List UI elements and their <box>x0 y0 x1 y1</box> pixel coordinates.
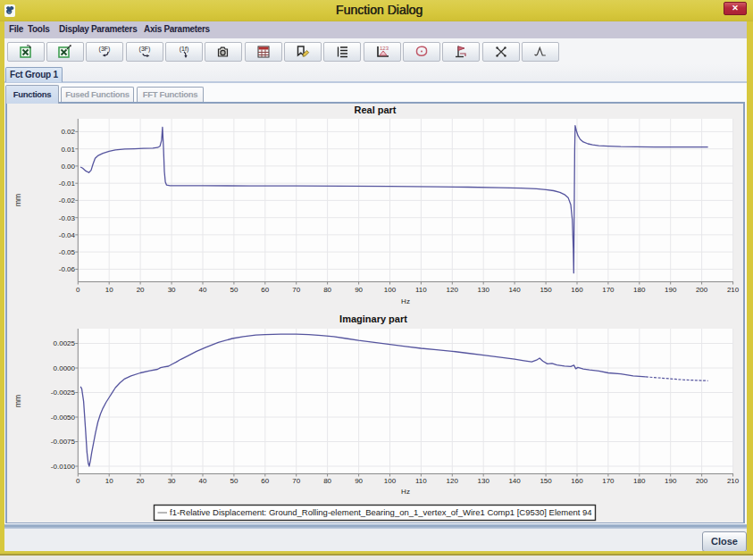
svg-text:210: 210 <box>727 286 740 294</box>
svg-text:-0.06: -0.06 <box>59 265 76 273</box>
svg-text:100: 100 <box>384 477 397 485</box>
svg-text:f1-Relative Displacement: Grou: f1-Relative Displacement: Ground_Rolling… <box>170 507 592 517</box>
svg-text:130: 130 <box>478 286 490 294</box>
svg-text:210: 210 <box>727 477 740 485</box>
svg-text:-0.05: -0.05 <box>59 248 76 256</box>
svg-text:100: 100 <box>384 286 397 294</box>
svg-text:60: 60 <box>261 477 269 485</box>
svg-text:80: 80 <box>323 477 331 485</box>
svg-text:110: 110 <box>415 286 427 294</box>
svg-text:90: 90 <box>355 286 363 294</box>
svg-text:-0.04: -0.04 <box>59 231 76 239</box>
svg-text:-0.03: -0.03 <box>59 214 76 222</box>
svg-text:140: 140 <box>508 286 521 294</box>
svg-text:-0.0050: -0.0050 <box>51 414 76 422</box>
svg-text:150: 150 <box>540 286 552 294</box>
svg-text:Real part: Real part <box>354 104 396 115</box>
svg-text:40: 40 <box>199 286 207 294</box>
svg-text:-0.01: -0.01 <box>59 180 76 188</box>
svg-text:60: 60 <box>261 286 269 294</box>
svg-text:170: 170 <box>602 286 615 294</box>
svg-text:190: 190 <box>665 286 677 294</box>
svg-text:0: 0 <box>76 286 80 294</box>
svg-text:-0.0025: -0.0025 <box>51 389 76 397</box>
svg-text:180: 180 <box>633 286 646 294</box>
svg-text:120: 120 <box>447 286 459 294</box>
svg-text:40: 40 <box>199 477 207 485</box>
svg-text:200: 200 <box>696 286 708 294</box>
svg-text:160: 160 <box>571 286 583 294</box>
svg-text:80: 80 <box>323 286 331 294</box>
svg-text:-0.0075: -0.0075 <box>51 438 76 446</box>
svg-text:70: 70 <box>292 286 300 294</box>
svg-text:180: 180 <box>633 477 646 485</box>
svg-text:Hz: Hz <box>401 297 410 305</box>
svg-text:0.00: 0.00 <box>61 163 75 171</box>
svg-text:0.0000: 0.0000 <box>54 364 76 372</box>
svg-text:120: 120 <box>447 477 459 485</box>
svg-text:30: 30 <box>168 286 176 294</box>
svg-text:50: 50 <box>230 286 238 294</box>
svg-text:-0.02: -0.02 <box>59 196 76 205</box>
svg-text:Imaginary part: Imaginary part <box>339 313 407 324</box>
svg-text:200: 200 <box>696 477 708 485</box>
svg-text:190: 190 <box>665 477 677 485</box>
svg-text:150: 150 <box>540 477 552 485</box>
svg-text:140: 140 <box>508 477 521 485</box>
svg-text:170: 170 <box>602 477 615 485</box>
svg-text:0: 0 <box>76 477 80 485</box>
svg-text:10: 10 <box>105 286 113 294</box>
svg-text:-0.0100: -0.0100 <box>51 463 76 471</box>
svg-text:mm: mm <box>13 194 22 206</box>
svg-text:160: 160 <box>571 477 583 485</box>
svg-text:20: 20 <box>137 477 145 485</box>
svg-text:mm: mm <box>13 395 22 407</box>
svg-text:0.02: 0.02 <box>61 128 75 136</box>
svg-text:20: 20 <box>137 286 145 294</box>
svg-text:70: 70 <box>292 477 300 485</box>
svg-text:130: 130 <box>478 477 490 485</box>
svg-text:0.01: 0.01 <box>61 146 75 154</box>
svg-text:30: 30 <box>168 477 176 485</box>
svg-text:Hz: Hz <box>401 488 410 496</box>
svg-text:10: 10 <box>105 477 113 485</box>
svg-text:0.0025: 0.0025 <box>54 339 76 347</box>
svg-text:90: 90 <box>355 477 363 485</box>
svg-text:110: 110 <box>415 477 427 485</box>
svg-text:50: 50 <box>230 477 238 485</box>
